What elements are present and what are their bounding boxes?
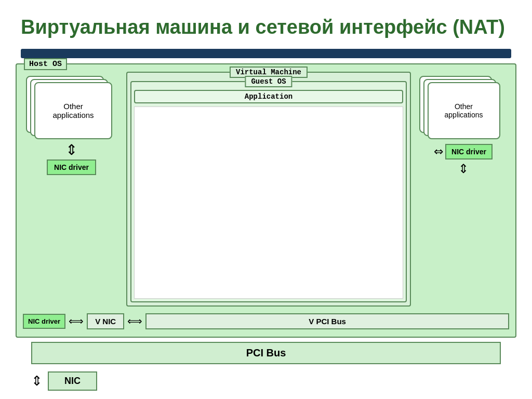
- bottom-strip: NIC driver ⟺ V NIC ⟺ V PCI Bus: [21, 310, 511, 332]
- right-vertical-arrow: ⇕: [458, 162, 469, 176]
- pci-bus-box: PCI Bus: [31, 342, 501, 364]
- v-pci-bus-box: V PCI Bus: [145, 313, 509, 329]
- nic-driver-left-bottom: NIC driver: [23, 314, 65, 329]
- other-apps-paper-front: Other applications: [34, 82, 112, 139]
- right-h-arrow: ⇔: [434, 145, 443, 158]
- v-nic-box: V NIC: [87, 313, 124, 329]
- other-apps-right-stack: Other applications: [419, 76, 508, 141]
- header: Виртуальная машина и сетевой интерфейс (…: [0, 0, 532, 45]
- center-section: Virtual Machine Guest OS Application: [126, 72, 411, 307]
- left-section: Other applications ⇕ NIC driver: [21, 72, 122, 307]
- guest-os-label: Guest OS: [245, 76, 292, 87]
- nic-driver-left: NIC driver: [47, 159, 96, 175]
- nic-driver-right: NIC driver: [445, 144, 493, 159]
- application-box: Application: [134, 90, 403, 103]
- nic-row: ⇕ NIC: [16, 368, 516, 394]
- virtual-machine-box: Virtual Machine Guest OS Application: [126, 72, 411, 307]
- nic-vertical-arrow: ⇕: [31, 373, 43, 389]
- right-section: Other applications ⇔ NIC driver ⇕: [415, 72, 511, 307]
- host-os-box: Host OS Other applications ⇕: [16, 63, 516, 338]
- right-paper-front: Other applications: [428, 82, 500, 139]
- app-inner-area: [134, 107, 403, 299]
- host-os-label: Host OS: [24, 58, 67, 70]
- slide: Виртуальная машина и сетевой интерфейс (…: [0, 0, 532, 399]
- diagram-area: Host OS Other applications ⇕: [0, 58, 532, 399]
- right-arrow-nic: ⇔ NIC driver: [434, 144, 493, 159]
- page-title: Виртуальная машина и сетевой интерфейс (…: [21, 16, 511, 39]
- accent-bar: [21, 49, 511, 58]
- other-apps-left-stack: Other applications: [26, 76, 117, 141]
- guest-os-box: Guest OS Application: [130, 81, 407, 302]
- bottom-arrow-2: ⟺: [124, 315, 145, 327]
- bottom-arrow-1: ⟺: [65, 315, 87, 327]
- left-vertical-arrow: ⇕: [65, 143, 77, 157]
- nic-box: NIC: [48, 371, 97, 391]
